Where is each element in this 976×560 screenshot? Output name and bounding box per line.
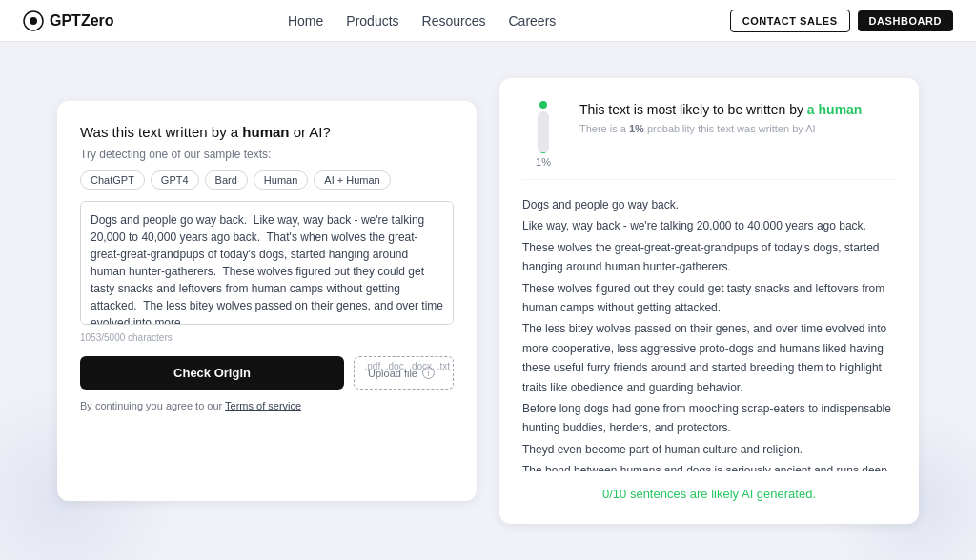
footer-total: 10 — [613, 487, 626, 501]
card-title: Was this text written by a human or AI? — [80, 124, 454, 140]
char-count: 1053/5000 characters — [80, 332, 454, 343]
result-header: 1% This text is most likely to be writte… — [522, 101, 896, 180]
result-subtext: There is a 1% probability this text was … — [580, 123, 862, 134]
result-sentence: The bond between humans and dogs is seri… — [522, 461, 896, 471]
result-sentence: Theyd even become part of human culture … — [522, 440, 896, 459]
input-card: Was this text written by a human or AI? … — [57, 101, 477, 501]
tos-text: By continuing you agree to our Terms of … — [80, 400, 454, 411]
gauge-dot — [539, 101, 547, 109]
tos-link[interactable]: Terms of service — [225, 400, 301, 411]
result-pct: 1% — [629, 123, 644, 134]
result-sentence: These wolves the great-great-great-grand… — [522, 238, 896, 277]
result-footer: 0/10 sentences are likely AI generated. — [522, 487, 896, 501]
result-human-word: a human — [807, 102, 863, 117]
chip-ai-human[interactable]: AI + Human — [314, 170, 390, 190]
logo-icon — [23, 10, 44, 31]
chip-chatgpt[interactable]: ChatGPT — [80, 170, 145, 190]
nav-products[interactable]: Products — [346, 13, 398, 29]
gauge-bar — [538, 111, 549, 153]
gauge-area: 1% — [522, 101, 564, 168]
sample-label: Try detecting one of our sample texts: — [80, 148, 454, 161]
result-summary: This text is most likely to be written b… — [580, 101, 862, 134]
result-sentence: The less bitey wolves passed on their ge… — [522, 319, 896, 397]
title-bold: human — [242, 124, 289, 140]
dashboard-button[interactable]: DASHBOARD — [858, 10, 953, 31]
text-input[interactable]: Dogs and people go way back. Like way, w… — [80, 201, 454, 325]
nav-home[interactable]: Home — [288, 13, 323, 29]
chip-gpt4[interactable]: GPT4 — [151, 170, 199, 190]
upload-formats: .pdf, .doc, .docx, .txt — [365, 361, 451, 371]
nav-actions: CONTACT SALES DASHBOARD — [730, 10, 953, 32]
gauge-pct: 1% — [536, 156, 551, 168]
nav-links: Home Products Resources Careers — [288, 13, 556, 29]
result-sentence: These wolves figured out they could get … — [522, 279, 896, 318]
footer-ai-count: 0 — [602, 487, 609, 501]
nav-careers[interactable]: Careers — [509, 13, 557, 29]
check-origin-button[interactable]: Check Origin — [80, 356, 344, 390]
gauge-fill — [538, 152, 549, 153]
page-background: Was this text written by a human or AI? … — [0, 42, 976, 560]
result-card: 1% This text is most likely to be writte… — [499, 78, 919, 524]
result-sentence: Like way, way back - we're talking 20,00… — [522, 216, 896, 235]
nav-resources[interactable]: Resources — [422, 13, 486, 29]
footer-label: sentences are likely AI generated. — [630, 487, 816, 501]
logo[interactable]: GPTZero — [23, 10, 114, 31]
navbar: GPTZero Home Products Resources Careers … — [0, 0, 976, 42]
result-heading-prefix: This text is most likely to be written b… — [580, 102, 807, 117]
logo-text: GPTZero — [50, 12, 114, 30]
chip-bard[interactable]: Bard — [205, 170, 248, 190]
svg-point-1 — [30, 17, 37, 25]
result-sentence: Before long dogs had gone from mooching … — [522, 399, 896, 438]
result-heading: This text is most likely to be written b… — [580, 101, 862, 120]
result-body: Dogs and people go way back.Like way, wa… — [522, 195, 896, 471]
chip-human[interactable]: Human — [254, 170, 308, 190]
sample-chips: ChatGPT GPT4 Bard Human AI + Human — [80, 170, 454, 190]
contact-sales-button[interactable]: CONTACT SALES — [730, 10, 850, 32]
result-sentence: Dogs and people go way back. — [522, 195, 896, 214]
